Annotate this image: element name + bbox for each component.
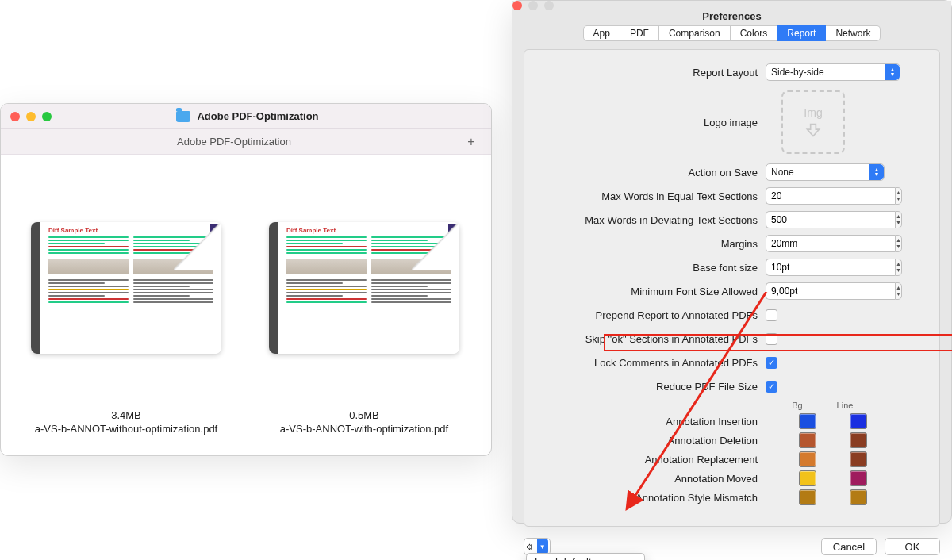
reduce-size-checkbox[interactable]: ✓ [766,381,777,393]
replacement-line-swatch[interactable] [850,451,867,467]
minimize-icon [528,1,538,10]
stepper-arrows-icon[interactable]: ▲▼ [895,187,902,205]
report-layout-select[interactable]: Side-by-side ▲▼ [766,63,900,81]
deletion-line-swatch[interactable] [850,432,867,448]
label-margins: Margins [536,238,766,250]
logo-placeholder-text: Img [804,106,822,119]
insertion-bg-swatch[interactable] [799,413,816,429]
file-thumbnail[interactable]: Diff Sample Text 1 [269,222,459,354]
label-annot-deletion: Annotation Deletion [536,435,766,447]
style-line-swatch[interactable] [850,489,867,505]
prepend-checkbox[interactable] [766,309,777,321]
label-lock-comments: Lock Comments in Annotated PDFs [536,357,766,369]
tab-network[interactable]: Network [826,25,881,41]
prefs-body: Report Layout Side-by-side ▲▼ Logo image… [524,49,940,527]
max-words-equal-stepper[interactable]: ▲▼ [766,187,885,205]
close-icon[interactable] [512,1,522,10]
stepper-input[interactable] [766,187,895,205]
style-bg-swatch[interactable] [799,489,816,505]
label-annot-replacement: Annotation Replacement [536,454,766,466]
traffic-lights [512,1,951,10]
label-max-words-dev: Max Words in Deviating Text Sections [536,214,766,226]
chevron-updown-icon: ▲▼ [869,164,884,180]
tab-app[interactable]: App [583,25,620,41]
file-name: a-VS-b-ANNOT-without-optimization.pdf [35,423,217,435]
path-title: Adobe PDF-Optimization [9,136,459,148]
titlebar-title: Adobe PDF-Optimization [52,110,443,122]
insertion-line-swatch[interactable] [850,413,867,429]
stepper-input[interactable] [766,282,895,300]
file-name: a-VS-b-ANNOT-with-optimization.pdf [280,423,448,435]
finder-toolbar: Adobe PDF-Optimization + [1,129,491,155]
moved-line-swatch[interactable] [850,470,867,486]
zoom-icon[interactable] [42,112,52,121]
label-skip-ok: Skip "ok" Sections in Annotated PDFs [536,333,766,345]
col-bg: Bg [774,401,821,410]
folder-icon [176,111,190,122]
col-line: Line [821,401,869,410]
lock-comments-checkbox[interactable]: ✓ [766,357,777,369]
action-on-save-select[interactable]: None ▲▼ [766,163,885,181]
settings-popup-menu: Load default Save as default Load factor… [526,553,645,560]
select-value: None [771,167,794,178]
file-item[interactable]: Diff Sample Text 1 [23,222,229,435]
label-report-layout: Report Layout [536,67,766,79]
thumb-title: Diff Sample Text [48,227,213,234]
stepper-arrows-icon[interactable]: ▲▼ [895,259,902,276]
cancel-button[interactable]: Cancel [821,538,877,555]
add-button[interactable]: + [459,132,483,152]
page-number-badge: 1 [448,224,456,234]
thumb-title: Diff Sample Text [286,227,451,234]
stepper-arrows-icon[interactable]: ▲▼ [895,235,902,252]
file-thumbnail[interactable]: Diff Sample Text 1 [31,222,221,354]
skip-ok-checkbox[interactable] [766,333,777,345]
window-title: Preferences [512,10,951,22]
color-column-headers: Bg Line [774,401,928,410]
label-prepend: Prepend Report to Annotated PDFs [536,309,766,321]
tab-pdf[interactable]: PDF [620,25,659,41]
tab-colors[interactable]: Colors [731,25,778,41]
select-value: Side-by-side [771,67,824,78]
label-annot-moved: Annotation Moved [536,473,766,485]
ok-button[interactable]: OK [885,538,940,555]
chevron-down-icon: ▼ [537,539,548,554]
stepper-input[interactable] [766,259,895,276]
tab-report[interactable]: Report [777,25,826,41]
logo-dropzone[interactable]: Img [781,90,845,154]
file-size: 0.5MB [349,409,379,421]
stepper-arrows-icon[interactable]: ▲▼ [895,282,902,300]
preferences-window: Preferences App PDF Comparison Colors Re… [512,0,952,524]
zoom-icon [544,1,554,10]
label-max-words-equal: Max Words in Equal Text Sections [536,190,766,202]
moved-bg-swatch[interactable] [799,470,816,486]
files-area: Diff Sample Text 1 [1,155,491,435]
stepper-arrows-icon[interactable]: ▲▼ [895,211,902,228]
file-item[interactable]: Diff Sample Text 1 [261,222,467,435]
window-title: Adobe PDF-Optimization [197,110,318,122]
tab-comparison[interactable]: Comparison [659,25,731,41]
prefs-titlebar: Preferences [512,1,951,22]
close-icon[interactable] [10,112,20,121]
min-font-stepper[interactable]: ▲▼ [766,282,885,300]
base-font-stepper[interactable]: ▲▼ [766,259,885,276]
deletion-bg-swatch[interactable] [799,432,816,448]
prefs-footer: ⚙ ▼ Cancel OK Load default Save as defau… [512,538,951,560]
max-words-dev-stepper[interactable]: ▲▼ [766,211,885,228]
minimize-icon[interactable] [26,112,36,121]
menu-load-default[interactable]: Load default [527,554,644,560]
label-logo-image: Logo image [536,117,766,128]
stepper-input[interactable] [766,211,895,228]
download-arrow-icon [805,122,821,138]
file-size: 3.4MB [111,409,141,421]
page-number-badge: 1 [210,224,218,234]
replacement-bg-swatch[interactable] [799,451,816,467]
margins-stepper[interactable]: ▲▼ [766,235,885,252]
label-base-font: Base font size [536,262,766,274]
gear-icon: ⚙ [526,543,533,551]
chevron-updown-icon: ▲▼ [885,64,900,80]
traffic-lights [10,112,52,121]
stepper-input[interactable] [766,235,895,252]
label-action-on-save: Action on Save [536,167,766,178]
preferences-tabs: App PDF Comparison Colors Report Network [512,25,951,41]
label-annot-style: Annotation Style Mismatch [536,492,766,504]
